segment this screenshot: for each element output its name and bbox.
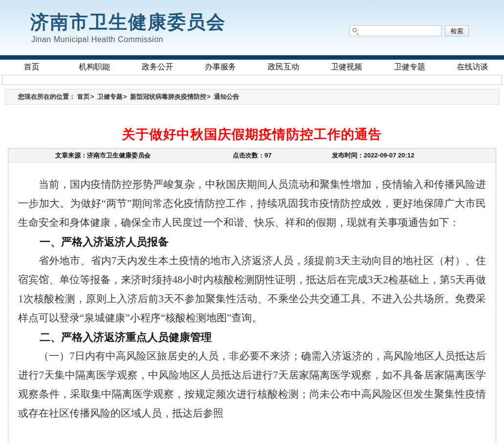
article-click-count: 点击次数：97 [233,149,271,162]
article-title: 关于做好中秋国庆假期疫情防控工作的通告 [0,126,504,143]
main-nav: 首页 机构职能 政务公开 办事服务 政民互动 卫健视频 卫健专题 在线访谈 [0,60,504,74]
search-icon [352,28,357,32]
navy-divider-bar [0,55,504,60]
article-section-heading: 一、严格入济返济人员报备 [18,232,486,251]
nav-item-home[interactable]: 首页 [0,60,63,74]
site-title: 济南市卫生健康委员会 [30,10,226,35]
article-source: 文章来源：济南市卫生健康委员会 [55,149,151,162]
nav-item-interviews[interactable]: 在线访谈 [441,60,504,74]
article-paragraph: 省外地市、省内7天内发生本土疫情的地市入济返济人员，须提前3天主动向目的地社区（… [18,251,486,328]
site-header: 济南市卫生健康委员会 Jinan Municipal Health Commis… [0,0,504,55]
article-paragraph: （一）7日内有中高风险区旅居史的人员，非必要不来济；确需入济返济的，高风险地区人… [18,347,486,423]
breadcrumb-item-covid-control[interactable]: 新型冠状病毒肺炎疫情防控 [130,93,206,100]
article-body: 当前，国内疫情防控形势严峻复杂，中秋国庆期间人员流动和聚集性增加，疫情输入和传播… [8,162,496,423]
breadcrumb-separator: > [90,93,94,100]
article-meta-bar: 文章来源：济南市卫生健康委员会 点击次数：97 发布时间：2022-09-07 … [8,149,496,162]
nav-item-interaction[interactable]: 政民互动 [252,60,315,74]
nav-item-videos[interactable]: 卫健视频 [315,60,378,74]
breadcrumb-separator: > [123,93,127,100]
article-content-box: 文章来源：济南市卫生健康委员会 点击次数：97 发布时间：2022-09-07 … [8,148,496,443]
search-input[interactable] [350,25,441,36]
nav-item-topics[interactable]: 卫健专题 [378,60,441,74]
search-button[interactable]: 检索 [445,25,469,37]
nav-item-services[interactable]: 办事服务 [189,60,252,74]
nav-item-gov-affairs[interactable]: 政务公开 [126,60,189,74]
breadcrumb-item-notices[interactable]: 通知公告 [214,93,239,100]
article-paragraph: 当前，国内疫情防控形势严峻复杂，中秋国庆期间人员流动和聚集性增加，疫情输入和传播… [18,175,486,232]
subnav-strip [2,75,502,85]
nav-item-functions[interactable]: 机构职能 [63,60,126,74]
site-subtitle: Jinan Municipal Health Commission [31,35,163,44]
breadcrumb-separator: > [207,93,211,100]
article-section-heading: 二、严格入济返济重点人员健康管理 [18,328,486,347]
breadcrumb-item-home[interactable]: 首页 [77,93,90,100]
breadcrumb-prefix: 您现在所在的位置： [18,93,75,100]
breadcrumb-item-topics[interactable]: 卫健专题 [97,93,123,100]
breadcrumb: 您现在所在的位置： 首页> 卫健专题> 新型冠状病毒肺炎疫情防控> 通知公告 [5,89,499,105]
article-publish-time: 发布时间：2022-09-07 20:12 [332,149,414,162]
